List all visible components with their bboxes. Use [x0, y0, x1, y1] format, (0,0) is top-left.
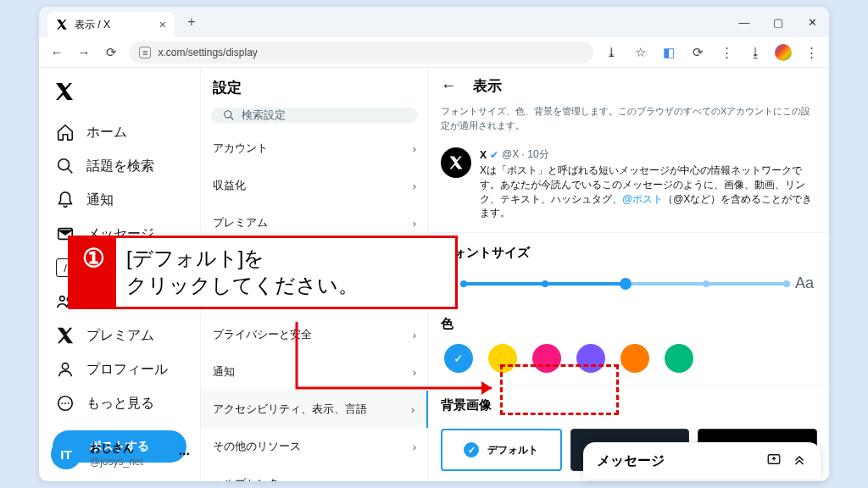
home-icon — [56, 123, 75, 141]
browser-titlebar: 表示 / X × + — ▢ ✕ — [39, 7, 829, 37]
messages-drawer[interactable]: メッセージ — [583, 442, 821, 480]
window-close-button[interactable]: ✕ — [795, 7, 829, 37]
downloads-icon[interactable]: ⭳ — [746, 43, 765, 62]
extension-icon-2[interactable]: ⟳ — [688, 43, 707, 62]
nav-notifications[interactable]: 通知 — [46, 183, 193, 217]
messages-drawer-label: メッセージ — [597, 452, 665, 470]
person-icon — [56, 360, 75, 379]
url-text: x.com/settings/display — [158, 47, 257, 58]
display-description: フォントサイズ、色、背景を管理します。このブラウザのすべてのXアカウントにこの設… — [429, 104, 829, 141]
account-handle: @josys_net — [90, 456, 143, 468]
expand-drawer-icon[interactable] — [792, 452, 807, 470]
bg-option-default[interactable]: デフォルト — [441, 429, 562, 471]
font-size-label: フォントサイズ — [429, 233, 829, 268]
account-switcher[interactable]: IT おじさん @josys_net ··· — [44, 432, 197, 476]
callout-text: [デフォルト]をクリックしてください。 — [116, 238, 369, 307]
svg-point-2 — [60, 297, 65, 302]
svg-point-6 — [61, 402, 63, 404]
chevron-right-icon: › — [413, 142, 416, 155]
x-logo[interactable] — [46, 76, 193, 115]
x-favicon-icon — [56, 19, 68, 30]
browser-menu-icon[interactable]: ⋮ — [802, 43, 821, 62]
nav-forward-button[interactable]: → — [75, 43, 93, 62]
tweet-meta: @X · 10分 — [502, 147, 549, 162]
callout-number: ① — [70, 238, 116, 307]
window-minimize-button[interactable]: — — [727, 7, 761, 37]
account-name: おじさん — [90, 441, 143, 456]
chevron-right-icon: › — [413, 217, 416, 230]
search-icon — [56, 157, 75, 175]
tweet-text: Xは「ポスト」と呼ばれる短いメッセージが中心の情報ネットワークです。あなたが今読… — [480, 164, 817, 220]
settings-item-help[interactable]: ヘルプセンター↗ — [201, 465, 428, 481]
svg-point-7 — [64, 402, 66, 404]
browser-tab[interactable]: 表示 / X × — [47, 12, 175, 37]
sample-avatar — [441, 147, 471, 178]
font-size-slider[interactable]: Aa Aa — [429, 268, 829, 304]
install-app-icon[interactable]: ⤓ — [602, 43, 620, 62]
x-premium-icon — [56, 326, 75, 345]
color-option-green[interactable] — [665, 344, 693, 373]
annotation-arrow — [288, 313, 509, 398]
sample-tweet: X ✔ @X · 10分 Xは「ポスト」と呼ばれる短いメッセージが中心の情報ネッ… — [429, 141, 829, 233]
verified-badge-icon: ✔ — [490, 149, 498, 161]
site-info-icon[interactable]: ≡ — [139, 47, 151, 58]
color-option-orange[interactable] — [620, 344, 649, 373]
annotation-highlight-box — [500, 364, 619, 415]
address-bar[interactable]: ≡ x.com/settings/display — [129, 42, 593, 64]
tab-title: 表示 / X — [75, 18, 110, 32]
radio-checked-icon — [464, 442, 479, 458]
back-button[interactable]: ← — [441, 77, 456, 95]
window-maximize-button[interactable]: ▢ — [761, 7, 795, 37]
nav-explore[interactable]: 話題を検索 — [46, 149, 193, 183]
display-title: 表示 — [473, 76, 502, 96]
svg-point-4 — [62, 363, 68, 369]
chevron-right-icon: › — [413, 180, 416, 192]
font-size-large-icon: Aa — [795, 274, 814, 292]
more-circle-icon — [56, 394, 75, 413]
nav-back-button[interactable]: ← — [47, 43, 66, 62]
settings-item-monetization[interactable]: 収益化› — [201, 167, 428, 204]
svg-point-0 — [58, 159, 70, 170]
nav-premium[interactable]: プレミアム — [46, 319, 193, 352]
external-link-icon: ↗ — [407, 478, 416, 482]
new-tab-button[interactable]: + — [181, 14, 202, 30]
search-icon — [223, 109, 235, 121]
svg-point-8 — [68, 402, 70, 404]
extensions-menu-icon[interactable]: ⋮ — [717, 43, 736, 62]
user-avatar: IT — [51, 439, 81, 469]
nav-more[interactable]: もっと見る — [46, 386, 193, 420]
settings-item-account[interactable]: アカウント› — [201, 130, 428, 167]
bookmark-icon[interactable]: ☆ — [631, 43, 649, 62]
account-menu-icon[interactable]: ··· — [179, 446, 190, 462]
tweet-author: X — [480, 149, 487, 161]
nav-home[interactable]: ホーム — [46, 115, 193, 149]
svg-point-9 — [225, 111, 231, 118]
settings-search-input[interactable]: 検索設定 — [211, 108, 418, 123]
tab-close-icon[interactable]: × — [159, 18, 166, 31]
instruction-callout: ① [デフォルト]をクリックしてください。 — [68, 236, 458, 309]
display-column: ← 表示 フォントサイズ、色、背景を管理します。このブラウザのすべてのXアカウン… — [429, 68, 829, 481]
nav-profile[interactable]: プロフィール — [46, 352, 193, 386]
nav-reload-button[interactable]: ⟳ — [102, 43, 120, 62]
browser-toolbar: ← → ⟳ ≡ x.com/settings/display ⤓ ☆ ◧ ⟳ ⋮… — [39, 37, 829, 68]
bell-icon — [56, 191, 75, 209]
chevron-right-icon: › — [413, 441, 416, 453]
chevron-right-icon: › — [411, 403, 415, 416]
new-message-icon[interactable] — [766, 452, 782, 470]
settings-title: 設定 — [201, 68, 428, 108]
profile-avatar-icon[interactable] — [775, 44, 792, 61]
extension-icon-1[interactable]: ◧ — [659, 43, 678, 62]
settings-item-resources[interactable]: その他のリソース› — [201, 428, 428, 465]
